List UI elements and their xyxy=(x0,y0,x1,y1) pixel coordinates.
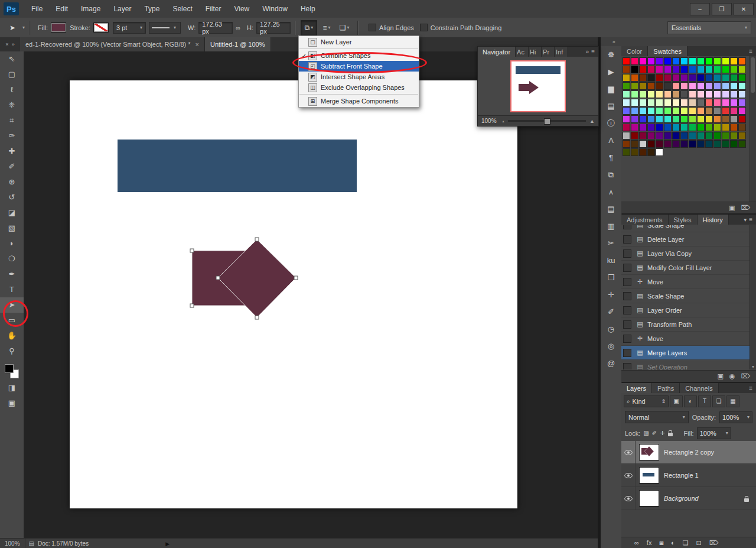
color-swatch[interactable] xyxy=(639,107,647,115)
tab-navigator[interactable]: Navigator xyxy=(478,47,515,57)
color-swatch[interactable] xyxy=(689,57,696,65)
menu-item-intersect-shape-areas[interactable]: ◩Intersect Shape Areas xyxy=(299,72,419,82)
opacity-input[interactable]: 100%▾ xyxy=(719,411,752,423)
menu-item-merge-shape-components[interactable]: ⊞Merge Shape Components xyxy=(299,96,419,106)
path-operations-button[interactable]: ⧉▾ xyxy=(301,20,317,35)
tab-close-icon[interactable]: × xyxy=(195,41,199,48)
history-brush-tool[interactable]: ↺ xyxy=(0,190,24,205)
menu-edit[interactable]: Edit xyxy=(49,0,74,18)
layer-thumbnail[interactable] xyxy=(639,467,659,484)
hand-tool[interactable]: ✋ xyxy=(0,328,24,343)
tool-preset-chevron-icon[interactable]: ▾ xyxy=(22,25,25,30)
color-swatch[interactable] xyxy=(730,107,738,115)
color-swatch[interactable] xyxy=(689,124,696,131)
color-swatch[interactable] xyxy=(631,90,638,98)
color-swatch[interactable] xyxy=(656,57,663,65)
foreground-background-colors[interactable] xyxy=(0,362,24,380)
panel-menu-icon[interactable]: ≡ xyxy=(591,48,595,55)
color-swatch[interactable] xyxy=(738,57,746,65)
color-swatch[interactable] xyxy=(639,115,647,123)
color-swatch[interactable] xyxy=(713,90,721,98)
glyphs-panel-icon[interactable]: ᴀ xyxy=(601,183,621,200)
new-swatch-icon[interactable]: ▣ xyxy=(729,204,735,212)
color-swatch[interactable] xyxy=(713,57,721,65)
delete-state-icon[interactable]: ⌦ xyxy=(741,372,750,380)
color-swatch[interactable] xyxy=(697,90,705,98)
color-swatch[interactable] xyxy=(664,74,672,82)
color-swatch[interactable] xyxy=(672,124,680,131)
menu-item-new-layer[interactable]: ▢New Layer xyxy=(299,37,419,47)
color-swatch[interactable] xyxy=(697,132,705,140)
color-swatch[interactable] xyxy=(697,99,705,106)
color-swatch[interactable] xyxy=(623,132,630,140)
color-swatch[interactable] xyxy=(738,140,746,148)
history-source-checkbox[interactable] xyxy=(623,320,631,329)
color-swatch[interactable] xyxy=(689,74,696,82)
color-swatch[interactable] xyxy=(664,66,672,73)
color-swatch[interactable] xyxy=(656,66,663,73)
chevron-down-icon[interactable]: ▾ xyxy=(174,25,176,30)
history-source-checkbox[interactable] xyxy=(623,278,631,286)
lock-position-button[interactable]: ✛ xyxy=(660,430,664,436)
menu-file[interactable]: File xyxy=(25,0,49,18)
color-swatch[interactable] xyxy=(730,132,738,140)
color-swatch[interactable] xyxy=(713,82,721,90)
color-swatch[interactable] xyxy=(689,132,696,140)
brush-presets-panel-icon[interactable]: ✐ xyxy=(601,303,621,320)
clone-source-panel-icon[interactable]: ⧉ xyxy=(601,166,621,183)
spot-healing-brush-tool[interactable]: ✚ xyxy=(0,144,24,159)
layer-thumbnail[interactable] xyxy=(639,490,659,507)
color-swatch[interactable] xyxy=(680,140,688,148)
zoom-in-mountain-icon[interactable]: ▲ xyxy=(589,118,595,124)
color-swatch[interactable] xyxy=(623,115,630,123)
color-swatch[interactable] xyxy=(722,57,729,65)
fill-opacity-input[interactable]: 100%▾ xyxy=(697,427,731,439)
color-swatch[interactable] xyxy=(647,148,655,156)
status-flyout-arrow-icon[interactable]: ▶ xyxy=(165,541,170,547)
tab-ac[interactable]: Ac xyxy=(515,47,528,57)
filter-adjustment-layers-button[interactable]: ◐ xyxy=(684,395,697,407)
color-swatch[interactable] xyxy=(705,132,713,140)
color-swatch[interactable] xyxy=(689,107,696,115)
color-swatch[interactable] xyxy=(730,66,738,73)
zoom-slider[interactable] xyxy=(508,120,586,122)
zoom-tool[interactable]: ⚲ xyxy=(0,343,24,359)
menu-window[interactable]: Window xyxy=(256,0,294,18)
menu-help[interactable]: Help xyxy=(294,0,322,18)
gradient-tool[interactable]: ▧ xyxy=(0,221,24,236)
delete-layer-icon[interactable]: ⌦ xyxy=(709,539,719,547)
color-swatch[interactable] xyxy=(722,132,729,140)
color-swatch[interactable] xyxy=(672,107,680,115)
add-layer-mask-icon[interactable]: ◙ xyxy=(659,539,663,546)
stroke-color-swatch[interactable] xyxy=(93,22,109,33)
tab-color[interactable]: Color xyxy=(621,46,648,56)
history-source-checkbox[interactable] xyxy=(623,292,631,300)
panel-menu-icon[interactable]: ≡ xyxy=(749,48,752,54)
properties-panel-icon[interactable]: ▤ xyxy=(601,98,621,115)
new-document-from-state-icon[interactable]: ▣ xyxy=(717,372,723,380)
panel-menu-icon[interactable]: ≡ xyxy=(749,216,752,223)
color-swatch[interactable] xyxy=(656,99,663,106)
pen-tool[interactable]: ✒ xyxy=(0,267,24,282)
color-swatch[interactable] xyxy=(664,140,672,148)
history-source-checkbox[interactable] xyxy=(623,363,631,370)
tab-adjustments[interactable]: Adjustments xyxy=(621,215,669,225)
history-item[interactable]: ▤Merge Layers xyxy=(621,346,750,360)
navigator-panel-icon[interactable]: ☸ xyxy=(601,46,621,63)
color-swatch[interactable] xyxy=(738,124,746,131)
color-swatch[interactable] xyxy=(672,132,680,140)
color-swatch[interactable] xyxy=(623,124,630,131)
quick-selection-tool[interactable]: ❈ xyxy=(0,98,24,113)
chevron-down-icon[interactable]: ▾ xyxy=(744,216,747,223)
info-panel-icon[interactable]: ⓘ xyxy=(601,115,621,132)
brush-tool[interactable]: ✐ xyxy=(0,159,24,174)
color-swatch[interactable] xyxy=(639,124,647,131)
screen-mode-button[interactable]: ▣ xyxy=(0,395,24,411)
close-button[interactable]: ✕ xyxy=(734,3,754,15)
color-swatch[interactable] xyxy=(680,74,688,82)
color-swatch[interactable] xyxy=(672,90,680,98)
color-swatch[interactable] xyxy=(664,115,672,123)
tab-channels[interactable]: Channels xyxy=(680,383,718,393)
color-swatch[interactable] xyxy=(705,82,713,90)
color-swatch[interactable] xyxy=(722,82,729,90)
